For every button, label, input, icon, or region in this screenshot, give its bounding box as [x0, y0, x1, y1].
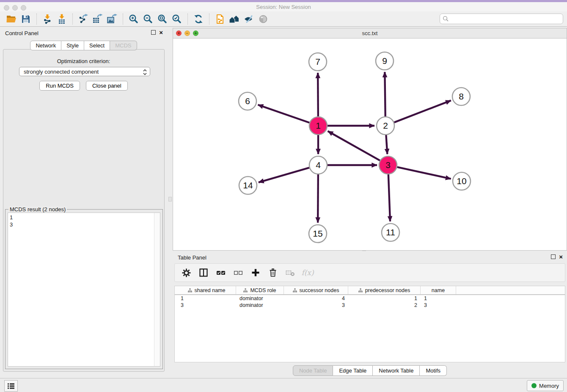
edge-1-6[interactable]: [258, 105, 310, 123]
deselect-all-icon[interactable]: [233, 267, 244, 278]
svg-text:8: 8: [459, 91, 464, 101]
column-header-successor-nodes[interactable]: successor nodes: [284, 286, 348, 294]
cell-successor_nodes[interactable]: 3: [284, 302, 348, 308]
task-history-button[interactable]: [4, 380, 18, 392]
tab-style[interactable]: Style: [61, 41, 84, 50]
node-2[interactable]: 2: [377, 117, 394, 135]
edge-2-9[interactable]: [385, 72, 385, 116]
home-view-icon[interactable]: [227, 13, 242, 25]
close-table-panel-icon[interactable]: ×: [559, 254, 563, 259]
function-builder-icon[interactable]: f(x): [302, 267, 313, 278]
edge-2-3[interactable]: [386, 135, 387, 154]
node-14[interactable]: 14: [239, 177, 257, 194]
cell-shared_name[interactable]: 3: [177, 302, 236, 308]
export-network-icon[interactable]: [76, 13, 91, 25]
import-table-icon[interactable]: [55, 13, 69, 25]
mcds-result-list[interactable]: 13: [8, 213, 160, 367]
tab-mcds[interactable]: MCDS: [110, 41, 137, 50]
show-style-icon[interactable]: [242, 13, 256, 25]
cell-name[interactable]: 3: [421, 302, 456, 308]
edge-1-7[interactable]: [318, 73, 318, 116]
refresh-layout-icon[interactable]: [191, 13, 206, 25]
node-15[interactable]: 15: [309, 225, 327, 243]
node-6[interactable]: 6: [239, 92, 256, 110]
node-3[interactable]: 3: [379, 156, 397, 174]
export-image-icon[interactable]: [105, 13, 119, 25]
search-input[interactable]: [450, 14, 561, 23]
float-panel-icon[interactable]: [151, 30, 156, 35]
criterion-value: strongly connected component: [24, 69, 99, 75]
node-9[interactable]: 9: [376, 52, 394, 70]
result-scrollbar[interactable]: [154, 213, 160, 366]
svg-text:6: 6: [245, 96, 250, 106]
float-table-panel-icon[interactable]: [551, 254, 556, 259]
svg-text:1: 1: [316, 121, 321, 130]
svg-text:4: 4: [316, 160, 321, 170]
open-session-icon[interactable]: [4, 13, 19, 25]
column-header-name[interactable]: name: [421, 286, 456, 294]
network-view-window: × − + scc.txt 1234678910111415: [173, 28, 567, 251]
edge-4-15[interactable]: [318, 174, 318, 223]
table-row[interactable]: 1dominator411: [175, 295, 565, 302]
run-mcds-button[interactable]: Run MCDS: [39, 81, 80, 91]
delete-table-icon[interactable]: [285, 267, 296, 278]
edge-3-11[interactable]: [388, 174, 390, 221]
tab-node-table[interactable]: Node Table: [293, 365, 333, 376]
close-panel-button[interactable]: Close panel: [86, 81, 128, 91]
edge-3-1[interactable]: [328, 131, 380, 160]
criterion-dropdown[interactable]: strongly connected component: [19, 67, 150, 76]
search-icon: [443, 16, 449, 22]
column-header-predecessor-nodes[interactable]: predecessor nodes: [348, 286, 421, 294]
zoom-in-icon[interactable]: [127, 13, 141, 25]
edge-4-14[interactable]: [259, 168, 309, 182]
edge-2-8[interactable]: [394, 100, 451, 122]
import-network-icon[interactable]: [40, 13, 55, 25]
memory-button[interactable]: Memory: [527, 380, 564, 391]
tab-network[interactable]: Network: [30, 41, 61, 50]
toolbar-separator: [72, 14, 73, 25]
vertical-divider-grip[interactable]: [168, 197, 172, 202]
network-canvas[interactable]: 1234678910111415: [173, 38, 567, 250]
add-icon[interactable]: [250, 267, 261, 278]
cell-mcds_role[interactable]: dominator: [236, 302, 284, 308]
node-1[interactable]: 1: [309, 117, 327, 135]
cell-predecessor_nodes[interactable]: 2: [348, 302, 421, 308]
node-10[interactable]: 10: [453, 172, 471, 190]
node-8[interactable]: 8: [452, 88, 470, 105]
table-body: 1dominator4113dominator323: [175, 295, 565, 309]
tab-select[interactable]: Select: [84, 41, 110, 50]
node-7[interactable]: 7: [309, 53, 327, 71]
tab-motifs[interactable]: Motifs: [420, 365, 447, 376]
node-11[interactable]: 11: [382, 224, 399, 241]
memory-status-dot: [531, 383, 537, 388]
gear-icon[interactable]: [181, 267, 192, 278]
control-panel-tabs: NetworkStyleSelectMCDS: [0, 41, 167, 50]
column-icon[interactable]: [198, 267, 209, 278]
column-header-shared-name[interactable]: shared name: [177, 286, 236, 294]
table-row[interactable]: 3dominator323: [175, 302, 565, 309]
zoom-fit-icon[interactable]: [155, 13, 170, 25]
edge-3-10[interactable]: [397, 167, 451, 179]
cell-mcds_role[interactable]: dominator: [236, 295, 284, 301]
app-titlebar: Session: New Session: [0, 2, 567, 11]
close-panel-icon[interactable]: ×: [159, 30, 163, 35]
cell-shared_name[interactable]: 1: [177, 295, 236, 301]
tab-edge-table[interactable]: Edge Table: [333, 365, 373, 376]
save-session-icon[interactable]: [19, 13, 33, 25]
cell-successor_nodes[interactable]: 4: [284, 295, 348, 301]
node-4[interactable]: 4: [309, 156, 327, 174]
zoom-selected-icon[interactable]: [170, 13, 184, 25]
tab-network-table[interactable]: Network Table: [373, 365, 420, 376]
cell-name[interactable]: 1: [421, 295, 456, 301]
result-item: 1: [10, 214, 13, 221]
export-table-icon[interactable]: [91, 13, 105, 25]
preview-disabled-icon[interactable]: [256, 13, 270, 25]
delete-icon[interactable]: [267, 267, 278, 278]
app-title: Session: New Session: [0, 4, 567, 10]
cell-predecessor_nodes[interactable]: 1: [348, 295, 421, 301]
zoom-out-icon[interactable]: [141, 13, 155, 25]
select-all-icon[interactable]: [215, 267, 226, 278]
clone-network-icon[interactable]: [213, 13, 227, 25]
table-panel-tabs: Node TableEdge TableNetwork TableMotifs: [173, 365, 567, 376]
column-header-mcds-role[interactable]: MCDS role: [236, 286, 284, 294]
